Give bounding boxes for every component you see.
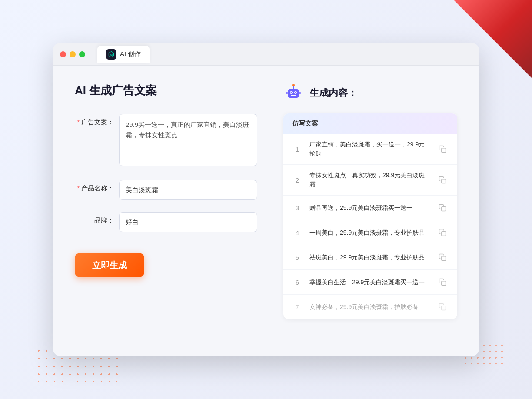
- svg-rect-14: [442, 207, 446, 211]
- result-text: 专抹女性斑点，真实功效，29.9元美白淡斑霜: [309, 171, 429, 189]
- result-number: 2: [292, 176, 303, 184]
- results-header: 仿写文案: [283, 113, 457, 134]
- generate-button[interactable]: 立即生成: [75, 253, 144, 277]
- result-text: 一周美白，29.9元美白淡斑霜，专业护肤品: [309, 228, 429, 237]
- maximize-button[interactable]: [79, 51, 85, 57]
- svg-rect-11: [299, 92, 301, 94]
- ad-copy-label: *广告文案：: [75, 114, 114, 126]
- form-group-ad-copy: *广告文案： 29.9买一送一，真正的厂家直销，美白淡斑霜，专抹女性斑点: [75, 114, 257, 168]
- copy-icon[interactable]: [436, 202, 449, 214]
- form-group-product-name: *产品名称：: [75, 180, 257, 200]
- ai-tab-icon: AI: [106, 49, 116, 60]
- result-text: 赠品再送，29.9元美白淡斑霜买一送一: [309, 203, 429, 213]
- results-list: 1 厂家直销，美白淡斑霜，买一送一，29.9元抢购 2 专抹女性斑点，真实功效，…: [283, 134, 457, 319]
- svg-point-9: [292, 84, 295, 86]
- ad-copy-textarea[interactable]: 29.9买一送一，真正的厂家直销，美白淡斑霜，专抹女性斑点: [119, 114, 257, 166]
- form-group-brand: 品牌：: [75, 212, 257, 232]
- result-number: 6: [292, 279, 303, 286]
- result-number: 5: [292, 254, 303, 261]
- copy-icon[interactable]: [436, 226, 449, 239]
- svg-rect-12: [442, 148, 446, 153]
- svg-rect-18: [442, 306, 446, 310]
- robot-icon: [283, 83, 303, 103]
- result-number: 7: [292, 303, 303, 311]
- result-text: 厂家直销，美白淡斑霜，买一送一，29.9元抢购: [309, 140, 429, 158]
- close-button[interactable]: [60, 51, 66, 57]
- result-number: 3: [292, 204, 303, 212]
- brand-label: 品牌：: [75, 212, 114, 225]
- left-panel: AI 生成广告文案 *广告文案： 29.9买一送一，真正的厂家直销，美白淡斑霜，…: [75, 83, 257, 339]
- result-row: 7 女神必备，29.9元美白淡斑霜，护肤必备: [283, 295, 457, 319]
- result-text: 祛斑美白，29.9元美白淡斑霜，专业护肤品: [309, 253, 429, 262]
- right-panel: 生成内容： 仿写文案 1 厂家直销，美白淡斑霜，买一送一，29.9元抢购 2 专…: [283, 83, 457, 339]
- required-mark-ad: *: [77, 118, 80, 126]
- svg-rect-15: [442, 232, 446, 236]
- svg-rect-16: [442, 256, 446, 261]
- result-row: 2 专抹女性斑点，真实功效，29.9元美白淡斑霜: [283, 165, 457, 196]
- page-title: AI 生成广告文案: [75, 83, 257, 98]
- svg-rect-2: [288, 89, 299, 98]
- results-container: 仿写文案 1 厂家直销，美白淡斑霜，买一送一，29.9元抢购 2 专抹女性斑点，…: [283, 113, 457, 319]
- copy-icon[interactable]: [436, 276, 449, 288]
- result-text: 掌握美白生活，29.9元美白淡斑霜买一送一: [309, 278, 429, 287]
- copy-icon[interactable]: [436, 143, 449, 155]
- brand-input[interactable]: [119, 212, 257, 232]
- title-bar: AI AI 创作: [53, 43, 479, 66]
- result-text: 女神必备，29.9元美白淡斑霜，护肤必备: [309, 303, 429, 312]
- required-mark-product: *: [77, 184, 80, 192]
- traffic-lights: [60, 51, 85, 57]
- svg-rect-7: [291, 95, 296, 96]
- browser-tab[interactable]: AI AI 创作: [97, 46, 150, 63]
- right-header: 生成内容：: [283, 83, 457, 103]
- product-name-label: *产品名称：: [75, 180, 114, 193]
- result-number: 4: [292, 229, 303, 236]
- right-panel-title: 生成内容：: [309, 86, 357, 100]
- tab-label: AI 创作: [120, 50, 141, 58]
- browser-window: AI AI 创作 AI 生成广告文案 *广告文案： 29.9买一送一，真正的厂家…: [53, 43, 479, 356]
- svg-point-5: [291, 92, 292, 93]
- copy-icon[interactable]: [436, 174, 449, 186]
- product-name-input[interactable]: [119, 180, 257, 200]
- result-row: 3 赠品再送，29.9元美白淡斑霜买一送一: [283, 196, 457, 220]
- svg-point-6: [295, 92, 296, 93]
- minimize-button[interactable]: [70, 51, 76, 57]
- copy-icon[interactable]: [436, 301, 449, 313]
- result-row: 6 掌握美白生活，29.9元美白淡斑霜买一送一: [283, 270, 457, 295]
- copy-icon[interactable]: [436, 251, 449, 263]
- result-row: 5 祛斑美白，29.9元美白淡斑霜，专业护肤品: [283, 245, 457, 270]
- svg-rect-17: [442, 281, 446, 286]
- result-row: 4 一周美白，29.9元美白淡斑霜，专业护肤品: [283, 220, 457, 245]
- svg-rect-13: [442, 179, 446, 183]
- product-name-wrapper: [119, 180, 257, 200]
- result-row: 1 厂家直销，美白淡斑霜，买一送一，29.9元抢购: [283, 134, 457, 165]
- brand-wrapper: [119, 212, 257, 232]
- ad-copy-wrapper: 29.9买一送一，真正的厂家直销，美白淡斑霜，专抹女性斑点: [119, 114, 257, 168]
- main-content: AI 生成广告文案 *广告文案： 29.9买一送一，真正的厂家直销，美白淡斑霜，…: [53, 66, 479, 356]
- svg-rect-10: [286, 92, 288, 94]
- svg-text:AI: AI: [110, 53, 113, 56]
- result-number: 1: [292, 146, 303, 153]
